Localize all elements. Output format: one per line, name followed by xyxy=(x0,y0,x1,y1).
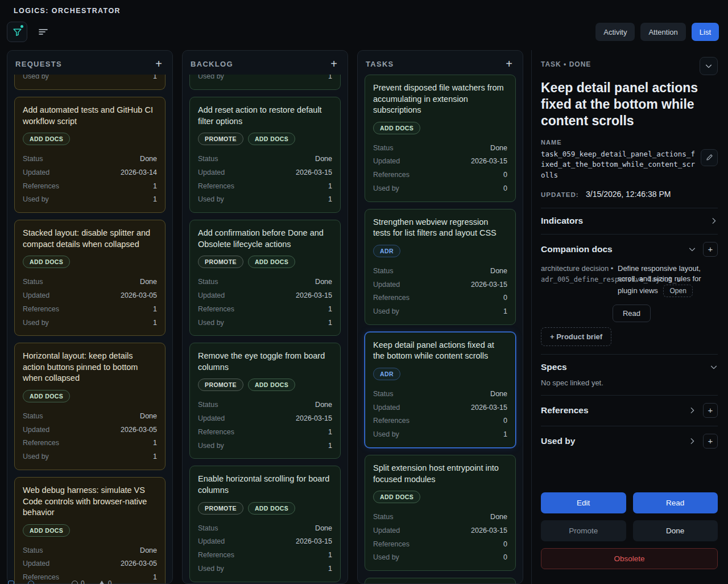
meta-label: Status xyxy=(198,400,218,410)
add-card-button[interactable] xyxy=(153,58,164,69)
meta-value: 0 xyxy=(503,183,507,194)
chevron-right-icon[interactable] xyxy=(688,437,696,445)
meta-value: 2026-03-14 xyxy=(121,167,157,178)
tab-list[interactable]: List xyxy=(692,23,719,41)
meta-label: Used by xyxy=(373,429,399,440)
chevron-down-icon[interactable] xyxy=(688,245,696,253)
badge-row: PROMOTEADD DOCS xyxy=(198,133,332,145)
filter-funnel-button[interactable] xyxy=(7,22,27,42)
badge-row: ADD DOCS xyxy=(373,491,507,503)
card[interactable]: Remove the eye toggle from board columns… xyxy=(189,343,341,459)
statusbar-count: 0 xyxy=(108,579,112,584)
meta-value: 2026-03-15 xyxy=(471,402,507,413)
card[interactable]: Keep detail panel actions fixed at the b… xyxy=(365,332,516,448)
task-name-value: task_059_keep_detail_panel_actions_fixed… xyxy=(541,149,695,181)
badge-adr: ADR xyxy=(373,368,400,380)
tab-attention[interactable]: Attention xyxy=(640,23,685,41)
meta-label: Status xyxy=(198,523,218,534)
badge-row: ADD DOCS xyxy=(373,122,507,134)
filter-lines-button[interactable] xyxy=(33,22,53,42)
person-icon xyxy=(28,581,34,584)
card-list-requests: Used by1Add automated tests and GitHub C… xyxy=(7,75,172,583)
add-card-button[interactable] xyxy=(328,58,340,69)
badge-add-docs: ADD DOCS xyxy=(373,491,420,503)
add-product-brief-button[interactable]: + Product brief xyxy=(541,327,611,346)
add-card-button[interactable] xyxy=(503,58,515,69)
section-used-by-header[interactable]: Used by xyxy=(541,434,718,449)
add-used-by-button[interactable] xyxy=(703,434,718,449)
section-references-header[interactable]: References xyxy=(541,403,718,418)
done-button[interactable]: Done xyxy=(633,520,718,541)
meta-label: References xyxy=(198,427,234,438)
badge-promote: PROMOTE xyxy=(198,502,243,515)
card[interactable]: Prevent disposed file watchers from accu… xyxy=(365,75,516,202)
tab-activity[interactable]: Activity xyxy=(595,23,635,41)
card-title: Keep detail panel actions fixed at the b… xyxy=(373,340,507,362)
card[interactable]: Enable horizontal scrolling for board co… xyxy=(189,466,341,582)
statusbar-item[interactable] xyxy=(8,581,14,584)
card-partial[interactable]: Used by1 xyxy=(14,75,166,90)
meta-label: Status xyxy=(373,389,393,400)
promote-button[interactable]: Promote xyxy=(541,520,626,541)
meta-row: StatusDone xyxy=(373,143,507,154)
meta-label: Used by xyxy=(198,75,224,82)
card[interactable]: Split webview entrypoint into state, sel… xyxy=(365,578,516,583)
column-title: TASKS xyxy=(366,60,394,68)
edit-name-button[interactable] xyxy=(701,149,718,166)
column-tasks: TASKSPrevent disposed file watchers from… xyxy=(357,50,523,584)
add-reference-button[interactable] xyxy=(703,403,718,418)
card[interactable]: Strengthen webview regression tests for … xyxy=(365,209,516,325)
meta-label: Updated xyxy=(373,402,400,413)
section-indicators-header[interactable]: Indicators xyxy=(541,216,718,226)
chevron-right-icon[interactable] xyxy=(688,406,696,414)
edit-button[interactable]: Edit xyxy=(541,492,626,513)
statusbar-item[interactable]: 0 xyxy=(72,579,85,584)
spacer xyxy=(541,456,718,492)
meta-label: References xyxy=(198,304,234,315)
meta-label: Status xyxy=(23,545,43,556)
badge-add-docs: ADD DOCS xyxy=(248,256,295,268)
obsolete-button[interactable]: Obsolete xyxy=(541,548,718,569)
card-meta: StatusDoneUpdated2026-03-15References0Us… xyxy=(373,389,507,440)
meta-label: Status xyxy=(373,266,393,277)
statusbar-item[interactable]: 0 xyxy=(98,579,112,584)
chevron-right-icon[interactable] xyxy=(710,217,718,225)
meta-row: Updated2026-03-05 xyxy=(23,290,157,301)
meta-row: Used by1 xyxy=(198,75,332,82)
card-title: Add reset action to restore default filt… xyxy=(198,105,332,127)
product-brief-row: + Product brief xyxy=(541,320,718,346)
statusbar-item[interactable] xyxy=(28,581,34,584)
filter-lines-icon xyxy=(38,27,48,36)
card-partial[interactable]: Used by1 xyxy=(189,75,341,90)
read-button[interactable]: Read xyxy=(633,492,718,513)
section-specs-icons xyxy=(710,363,718,371)
open-doc-button[interactable]: Open xyxy=(663,285,692,297)
meta-row: References0 xyxy=(373,539,507,550)
meta-label: Updated xyxy=(23,167,49,178)
meta-row: Used by1 xyxy=(23,194,157,205)
chevron-down-icon[interactable] xyxy=(710,363,718,371)
badge-add-docs: ADD DOCS xyxy=(23,390,70,402)
add-companion-doc-button[interactable] xyxy=(703,242,718,257)
meta-value: Done xyxy=(490,512,507,523)
meta-row: References1 xyxy=(198,304,332,315)
section-companion-docs-header[interactable]: Companion docs xyxy=(541,242,718,257)
card[interactable]: Split extension host entrypoint into foc… xyxy=(365,455,516,571)
card[interactable]: Add automated tests and GitHub CI workfl… xyxy=(14,97,166,213)
card[interactable]: Horizontal layout: keep details action b… xyxy=(14,343,166,470)
column-header-tasks: TASKS xyxy=(358,51,523,75)
collapse-panel-button[interactable] xyxy=(700,57,718,75)
badge-adr: ADR xyxy=(373,245,400,257)
read-doc-button[interactable]: Read xyxy=(613,305,651,322)
card-meta: StatusDoneUpdated2026-03-05References1Us… xyxy=(23,411,157,462)
card[interactable]: Stacked layout: disable splitter and com… xyxy=(14,220,166,336)
card[interactable]: Web debug harness: simulate VS Code cont… xyxy=(14,477,166,583)
meta-row: Updated2026-03-05 xyxy=(23,425,157,435)
card[interactable]: Add reset action to restore default filt… xyxy=(189,97,341,213)
updated-value: 3/15/2026, 12:46:38 PM xyxy=(586,190,671,199)
meta-value: 2026-03-15 xyxy=(296,413,332,424)
card[interactable]: Add confirmation before Done and Obsolet… xyxy=(189,220,341,336)
section-specs-header[interactable]: Specs xyxy=(541,362,718,372)
meta-row: Updated2026-03-05 xyxy=(23,558,157,569)
meta-row: Updated2026-03-15 xyxy=(198,413,332,424)
